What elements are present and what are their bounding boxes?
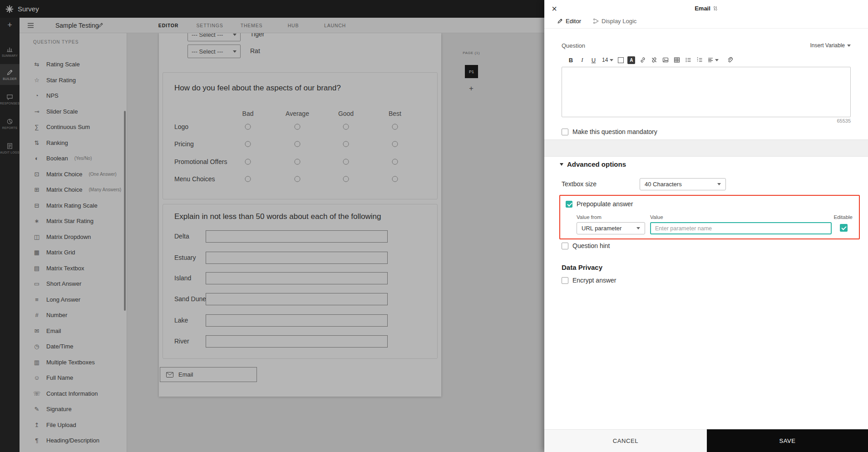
chevron-down-icon xyxy=(560,163,563,166)
mandatory-label: Make this question mandatory xyxy=(572,128,657,135)
italic-button[interactable]: I xyxy=(578,55,586,65)
value-from-select[interactable]: URL parameter xyxy=(577,222,645,234)
mandatory-checkbox[interactable] xyxy=(562,129,568,135)
value-column-label: Value xyxy=(650,214,663,220)
encrypt-answer-label: Encrypt answer xyxy=(572,277,616,284)
parameter-name-input[interactable] xyxy=(650,222,832,234)
bullet-list-button[interactable] xyxy=(684,55,692,65)
mandatory-checkbox-row[interactable]: Make this question mandatory xyxy=(562,128,657,135)
chevron-down-icon xyxy=(715,59,719,61)
align-button[interactable] xyxy=(707,55,719,65)
remove-link-button[interactable] xyxy=(650,55,658,65)
character-count: 65535 xyxy=(837,118,851,124)
tab-panel-editor[interactable]: Editor xyxy=(557,18,581,25)
fill-color-button[interactable] xyxy=(618,57,624,63)
question-hint-checkbox[interactable] xyxy=(562,243,568,249)
value-from-column-label: Value from xyxy=(577,214,602,220)
section-divider xyxy=(544,139,868,157)
close-icon[interactable]: × xyxy=(548,3,560,15)
chevron-down-icon xyxy=(636,227,640,229)
question-hint-label: Question hint xyxy=(572,242,610,249)
pencil-icon xyxy=(557,18,563,24)
question-properties-panel: × Email Editor Display Logic Question In… xyxy=(544,0,868,452)
prepopulate-highlight-box: Prepopulate answer Value from Value Edit… xyxy=(559,195,860,239)
chevron-down-icon xyxy=(610,59,613,61)
encrypt-answer-row[interactable]: Encrypt answer xyxy=(562,277,616,284)
textbox-size-select[interactable]: 40 Characters xyxy=(640,178,726,190)
insert-table-button[interactable] xyxy=(673,55,681,65)
change-question-type-icon[interactable] xyxy=(713,6,717,11)
prepopulate-checkbox-row[interactable]: Prepopulate answer xyxy=(566,200,633,208)
question-section-label: Question xyxy=(562,42,585,49)
tabs-divider xyxy=(544,28,868,29)
numbered-list-button[interactable] xyxy=(695,55,703,65)
save-button[interactable]: SAVE xyxy=(707,429,868,452)
prepopulate-checkbox[interactable] xyxy=(566,201,572,208)
insert-link-button[interactable] xyxy=(639,55,646,65)
font-size-select[interactable]: 14 xyxy=(601,57,614,63)
question-hint-row[interactable]: Question hint xyxy=(562,242,610,249)
rich-text-toolbar: B I U 14 A xyxy=(567,55,734,65)
editable-column-label: Editable xyxy=(833,214,853,220)
tab-display-logic[interactable]: Display Logic xyxy=(593,18,636,25)
modal-dim-overlay xyxy=(0,0,544,452)
cancel-button[interactable]: CANCEL xyxy=(544,429,707,452)
chevron-down-icon xyxy=(847,45,851,47)
insert-image-button[interactable] xyxy=(661,55,669,65)
underline-button[interactable]: U xyxy=(590,55,597,65)
attachment-button[interactable] xyxy=(726,55,734,65)
text-color-button[interactable]: A xyxy=(627,56,635,64)
panel-title: Email xyxy=(695,5,717,12)
display-logic-icon xyxy=(593,18,599,24)
prepopulate-label: Prepopulate answer xyxy=(577,200,633,208)
data-privacy-heading: Data Privacy xyxy=(562,263,602,271)
encrypt-answer-checkbox[interactable] xyxy=(562,277,568,284)
question-text-editor[interactable] xyxy=(562,67,851,117)
app-root: Survey + SUMMARY BUILDER RESPONSES REPOR… xyxy=(0,0,868,452)
textbox-size-label: Textbox size xyxy=(562,180,597,188)
editable-checkbox[interactable] xyxy=(840,224,848,232)
chevron-down-icon xyxy=(717,183,721,185)
bold-button[interactable]: B xyxy=(567,55,575,65)
advanced-options-toggle[interactable]: Advanced options xyxy=(560,160,626,168)
insert-variable-button[interactable]: Insert Variable xyxy=(810,42,851,49)
